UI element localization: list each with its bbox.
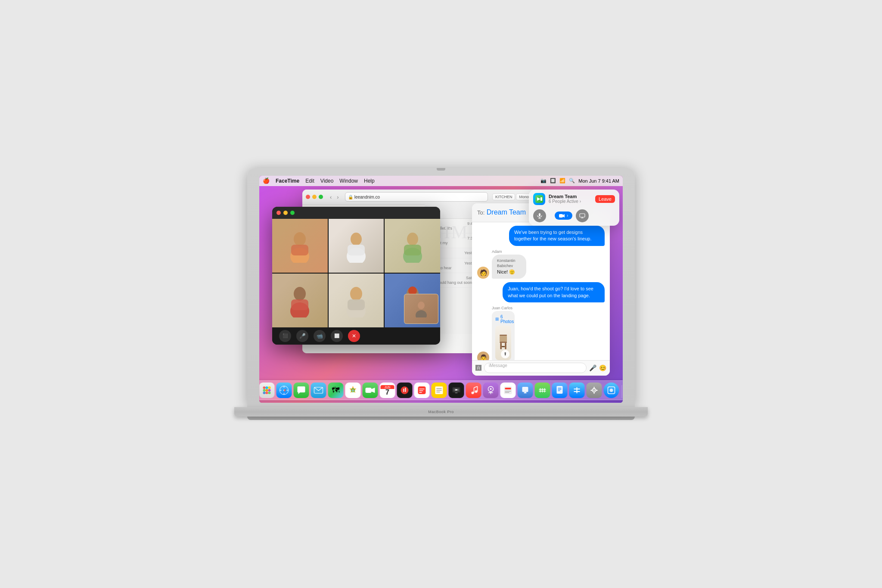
- menu-search-icon[interactable]: 🔍: [569, 178, 575, 184]
- message-bubble-right-1: We've been trying to get designs togethe…: [509, 226, 605, 246]
- svg-rect-33: [559, 214, 563, 218]
- dock-facetime[interactable]: [363, 383, 378, 398]
- facetime-maximize-btn[interactable]: [290, 211, 295, 215]
- messages-to-label: To:: [477, 209, 484, 216]
- dock-system-preferences[interactable]: [587, 383, 602, 398]
- dock-podcasts[interactable]: [483, 383, 499, 398]
- facetime-screen-share-btn[interactable]: ⬛: [279, 330, 291, 342]
- photos-label: ⊞ 6 Photos: [495, 314, 511, 324]
- menu-edit[interactable]: Edit: [305, 178, 314, 184]
- dock-notes[interactable]: [432, 383, 447, 398]
- svg-point-6: [294, 232, 306, 246]
- notification-leave-btn[interactable]: Leave: [595, 195, 615, 203]
- notification-screen-btn[interactable]: [576, 209, 589, 222]
- svg-point-43: [268, 386, 271, 389]
- dock-safari[interactable]: [276, 383, 292, 398]
- notification-banner: Dream Team 6 People Active › Leave: [529, 190, 619, 226]
- dock-appstore[interactable]: [569, 383, 585, 398]
- notification-chevron: ›: [580, 199, 581, 204]
- dock-photos[interactable]: [345, 383, 361, 398]
- safari-close-btn[interactable]: [306, 195, 310, 199]
- facetime-titlebar: [272, 207, 440, 219]
- imessage-input[interactable]: iMessage: [484, 363, 587, 373]
- adam-avatar: 🧑: [477, 267, 489, 279]
- svg-point-49: [268, 392, 271, 394]
- menu-help[interactable]: Help: [364, 178, 375, 184]
- facetime-mic-btn[interactable]: 🎤: [296, 330, 308, 342]
- svg-point-44: [263, 389, 266, 392]
- facetime-controls: ⬛ 🎤 📹 ⬜ ✕: [272, 327, 440, 345]
- safari-maximize-btn[interactable]: [319, 195, 323, 199]
- juan-avatar: 👨: [477, 352, 489, 360]
- person1-silhouette: [287, 228, 313, 263]
- safari-minimize-btn[interactable]: [312, 195, 317, 199]
- menu-video[interactable]: Video: [320, 178, 333, 184]
- svg-rect-0: [500, 335, 507, 336]
- notification-status: 6 People Active: [549, 199, 578, 204]
- dock-calendar[interactable]: JUN 7: [380, 383, 395, 398]
- menu-facetime[interactable]: FaceTime: [276, 178, 299, 184]
- reminders-icon: [417, 386, 427, 395]
- video-icon: [559, 214, 565, 218]
- facetime-close-btn[interactable]: [276, 211, 281, 215]
- dock-pages[interactable]: [552, 383, 568, 398]
- photo-preview: ⬆: [495, 326, 511, 360]
- facetime-effects-btn[interactable]: ⬜: [331, 330, 343, 342]
- konstantin-name: Konstantin Babichev: [497, 258, 521, 269]
- dock-screentime[interactable]: [604, 383, 619, 398]
- svg-rect-76: [455, 392, 458, 393]
- messages-window[interactable]: To: Dream Team 📹 ⓘ We've been trying to …: [472, 203, 610, 376]
- dock-appletv[interactable]: [449, 383, 464, 398]
- mail-dock-icon: [314, 387, 323, 394]
- facetime-app-icon: [533, 193, 545, 205]
- menu-window[interactable]: Window: [339, 178, 358, 184]
- dock-reminders[interactable]: [414, 383, 430, 398]
- person2-silhouette: [343, 228, 369, 263]
- appletv-icon: [452, 387, 461, 394]
- notification-mic-btn[interactable]: [533, 209, 546, 222]
- notification-video-btn[interactable]: ›: [555, 212, 572, 220]
- dock-keynote[interactable]: [518, 383, 533, 398]
- person5-silhouette: [343, 283, 369, 317]
- facetime-camera-btn[interactable]: 📹: [314, 330, 326, 342]
- maps-emoji: 🗺: [332, 386, 340, 395]
- svg-rect-63: [404, 389, 404, 392]
- safari-forward-btn[interactable]: ›: [335, 193, 340, 201]
- safari-tab-kitchen[interactable]: KITCHEN: [492, 193, 516, 200]
- svg-marker-56: [284, 389, 286, 392]
- message-row-juan: 👨 Juan Carlos ⊞ 6 Photos: [477, 306, 605, 360]
- keynote-icon: [521, 386, 530, 395]
- music-icon: [400, 386, 410, 395]
- dock-maps[interactable]: 🗺: [328, 383, 344, 398]
- dock-music-streaming[interactable]: [397, 383, 413, 398]
- thumbnail-person: [415, 300, 428, 317]
- messages-mic-icon[interactable]: 🎤: [589, 364, 596, 371]
- menu-bar-right: 📷 🔲 📶 🔍 Mon Jun 7 9:41 AM: [540, 178, 619, 184]
- music-app-icon: [469, 386, 478, 395]
- macbook-body: 🍎 FaceTime Edit Video Window Help 📷 🔲 📶 …: [247, 168, 635, 408]
- facetime-minimize-btn[interactable]: [283, 211, 288, 215]
- notification-controls: ›: [529, 208, 619, 226]
- facetime-person-3: [385, 219, 440, 273]
- facetime-window[interactable]: ⬛ 🎤 📹 ⬜ ✕: [272, 207, 440, 345]
- messages-apps-icon[interactable]: 🅰: [475, 364, 481, 371]
- facetime-end-btn[interactable]: ✕: [348, 330, 360, 342]
- notification-title: Dream Team: [549, 194, 592, 199]
- safari-back-btn[interactable]: ‹: [328, 193, 333, 201]
- svg-rect-64: [405, 388, 406, 392]
- safari-address-bar[interactable]: 🔒 leeandnim.co: [345, 192, 488, 202]
- dock-news[interactable]: [500, 383, 516, 398]
- facetime-icon-svg: [535, 195, 543, 203]
- dock-mail[interactable]: [311, 383, 326, 398]
- dock-messages[interactable]: [294, 383, 309, 398]
- apple-menu[interactable]: 🍎: [263, 177, 270, 184]
- messages-emoji-icon[interactable]: 😊: [599, 364, 606, 371]
- facetime-cell-5: [329, 274, 384, 327]
- dock-numbers[interactable]: [535, 383, 550, 398]
- dock-launchpad[interactable]: [259, 383, 275, 398]
- svg-rect-86: [505, 388, 511, 389]
- facetime-person-5: [329, 274, 384, 327]
- svg-rect-2: [500, 342, 507, 343]
- dock-music[interactable]: [466, 383, 481, 398]
- svg-point-18: [350, 287, 362, 301]
